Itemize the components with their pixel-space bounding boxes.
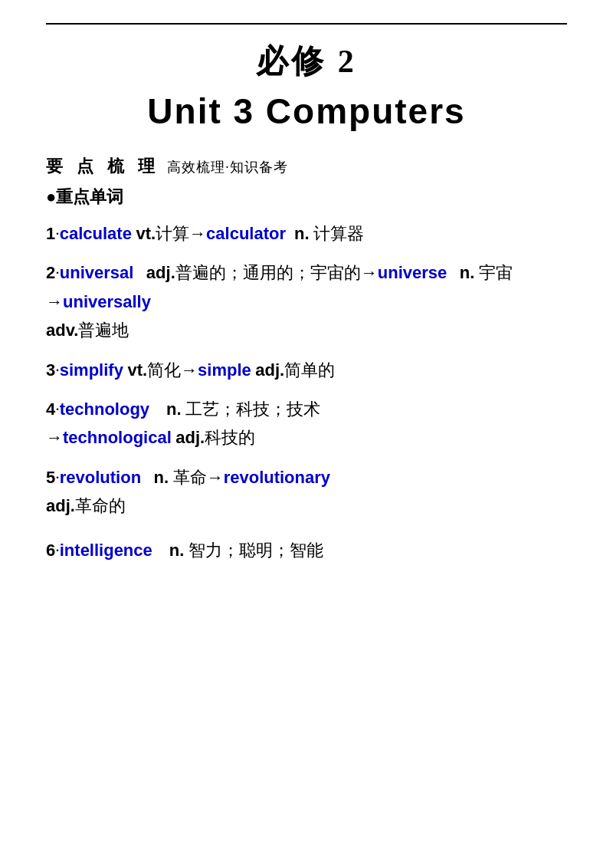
word-simple: simple: [198, 360, 251, 380]
vocab-item-2: 2·universal adj.普遍的；通用的；宇宙的→universe n. …: [46, 258, 567, 344]
item-number-3: 3: [46, 360, 55, 380]
zh-universe: 宇宙: [479, 263, 513, 282]
vocab-item-5: 5·revolution n. 革命→revolutionary adj.革命的: [46, 463, 567, 521]
word-universal: universal: [60, 263, 134, 282]
label-vt-1: vt.: [136, 224, 156, 243]
label-n-5: n.: [154, 468, 169, 487]
zh-calculator: 计算器: [313, 224, 364, 243]
zh-simple: 简单的: [284, 360, 335, 380]
key-words-title: ●重点单词: [46, 186, 567, 209]
word-technology: technology: [60, 399, 149, 419]
item-number-2: 2: [46, 263, 55, 282]
section-header-row: 要 点 梳 理 高效梳理·知识备考: [46, 155, 567, 182]
key-words-label: ●重点单词: [46, 186, 123, 209]
zh-revolution: 革命: [173, 468, 207, 487]
zh-calculate: 计算: [156, 224, 189, 243]
word-calculate: calculate: [60, 224, 132, 243]
item-number-6: 6: [46, 541, 55, 560]
top-divider: [46, 23, 567, 25]
item-number-4: 4: [46, 399, 55, 419]
section-subtitle: 高效梳理·知识备考: [167, 158, 288, 176]
vocab-item-4: 4·technology n. 工艺；科技；技术 →technological …: [46, 395, 567, 452]
zh-universally: 普遍地: [78, 321, 129, 340]
label-adj-3: adj.: [255, 360, 284, 380]
label-vt-3: vt.: [127, 360, 147, 380]
word-technological: technological: [63, 428, 172, 447]
label-adj-2: adj.: [146, 263, 175, 282]
label-adv-2: adv.: [46, 321, 78, 340]
vocab-item-3: 3·simplify vt.简化→simple adj.简单的: [46, 356, 567, 384]
vocab-item-6: 6·intelligence n. 智力；聪明；智能: [46, 536, 567, 564]
book-title: 必修 2: [46, 40, 567, 83]
label-n-1: n.: [294, 224, 310, 243]
unit-title: Unit 3 Computers: [46, 90, 567, 132]
word-universe: universe: [378, 263, 447, 282]
label-adj-4: adj.: [175, 428, 205, 447]
label-adj-5: adj.: [46, 496, 75, 515]
label-n-6: n.: [169, 541, 185, 560]
word-calculator: calculator: [206, 224, 286, 243]
item-number-5: 5: [46, 468, 55, 487]
label-n-4: n.: [166, 399, 182, 419]
zh-technology: 工艺；科技；技术: [185, 399, 320, 419]
zh-intelligence: 智力；聪明；智能: [188, 541, 323, 560]
zh-technological: 科技的: [205, 428, 255, 447]
label-n-2: n.: [460, 263, 475, 282]
word-universally: universally: [63, 292, 151, 311]
word-simplify: simplify: [60, 360, 123, 380]
zh-simplify: 简化: [147, 360, 181, 380]
zh-revolutionary: 革命的: [75, 496, 126, 515]
word-intelligence: intelligence: [60, 541, 152, 560]
zh-universal: 普遍的；通用的；宇宙的: [175, 263, 361, 282]
word-revolution: revolution: [60, 468, 141, 487]
section-header: 要 点 梳 理: [46, 155, 159, 178]
word-revolutionary: revolutionary: [224, 468, 330, 487]
vocab-item-1: 1·calculate vt.计算→calculator n. 计算器: [46, 219, 567, 248]
item-number-1: 1: [46, 224, 55, 243]
